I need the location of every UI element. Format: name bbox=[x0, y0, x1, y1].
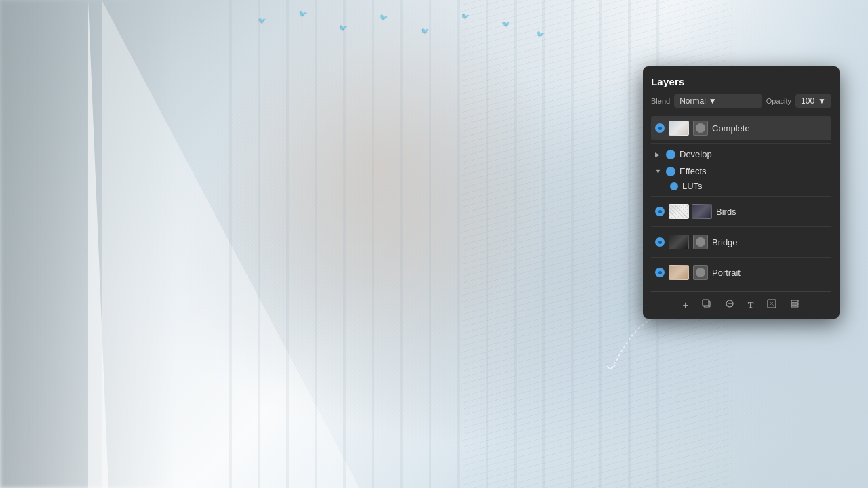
blend-dropdown-arrow: ▼ bbox=[709, 96, 717, 106]
layer-name-luts: LUTs bbox=[682, 181, 831, 191]
panel-controls: Blend Normal ▼ Opacity 100 ▼ bbox=[651, 94, 831, 108]
duplicate-layer-button[interactable] bbox=[701, 298, 713, 312]
mask-bridge bbox=[693, 235, 708, 249]
birds-silhouettes: 🐦 🐦 🐦 🐦 🐦 🐦 🐦 🐦 bbox=[203, 7, 610, 61]
layer-name-portrait: Portrait bbox=[712, 268, 827, 278]
thumbnail-birds bbox=[669, 204, 689, 219]
opacity-label: Opacity bbox=[766, 97, 791, 105]
svg-rect-4 bbox=[791, 303, 798, 305]
divider-2 bbox=[651, 196, 831, 197]
divider-4 bbox=[651, 257, 831, 258]
panel-toolbar: + T bbox=[651, 291, 831, 312]
layers-list: Complete ▶ Develop ▼ Effects LUTs bbox=[651, 116, 831, 285]
erase-layer-button[interactable] bbox=[724, 298, 736, 312]
visibility-birds[interactable] bbox=[655, 207, 665, 216]
layer-name-complete: Complete bbox=[712, 123, 827, 134]
layer-name-birds: Birds bbox=[716, 207, 827, 217]
blend-mode-dropdown[interactable]: Normal ▼ bbox=[674, 94, 762, 108]
mask-layer-button[interactable] bbox=[766, 298, 778, 312]
svg-rect-5 bbox=[791, 306, 798, 307]
add-layer-button[interactable]: + bbox=[682, 298, 690, 312]
visibility-bridge[interactable] bbox=[655, 237, 665, 247]
thumbnail-complete bbox=[669, 121, 689, 136]
mask-portrait bbox=[693, 265, 708, 280]
layer-group-develop: ▶ Develop bbox=[651, 146, 831, 162]
blend-label: Blend bbox=[651, 97, 670, 105]
panel-title: Layers bbox=[651, 76, 831, 87]
visibility-effects[interactable] bbox=[666, 167, 675, 176]
group-header-develop[interactable]: ▶ Develop bbox=[651, 146, 831, 162]
layer-luts[interactable]: LUTs bbox=[651, 179, 831, 193]
layer-name-effects: Effects bbox=[679, 166, 827, 176]
divider-3 bbox=[651, 226, 831, 227]
layer-birds[interactable]: Birds bbox=[651, 199, 831, 224]
opacity-value: 100 bbox=[801, 96, 814, 106]
stack-layer-button[interactable] bbox=[789, 298, 801, 312]
thumbnail-birds-dark bbox=[692, 204, 712, 219]
visibility-portrait[interactable] bbox=[655, 268, 665, 277]
opacity-control[interactable]: 100 ▼ bbox=[795, 94, 831, 108]
mask-complete bbox=[693, 121, 708, 136]
svg-rect-1 bbox=[703, 300, 709, 306]
expand-effects[interactable]: ▼ bbox=[655, 168, 662, 175]
layer-name-develop: Develop bbox=[679, 149, 827, 159]
group-header-effects[interactable]: ▼ Effects bbox=[651, 163, 831, 179]
visibility-luts[interactable] bbox=[670, 182, 678, 190]
thumbnail-bridge bbox=[669, 235, 689, 249]
visibility-develop[interactable] bbox=[666, 150, 675, 159]
layer-complete[interactable]: Complete bbox=[651, 116, 831, 140]
layer-portrait[interactable]: Portrait bbox=[651, 260, 831, 285]
divider-1 bbox=[651, 143, 831, 144]
visibility-complete[interactable] bbox=[655, 123, 665, 133]
opacity-dropdown-arrow: ▼ bbox=[818, 96, 826, 106]
expand-develop[interactable]: ▶ bbox=[655, 151, 662, 158]
layer-name-bridge: Bridge bbox=[712, 237, 827, 247]
layers-panel: Layers Blend Normal ▼ Opacity 100 ▼ Comp… bbox=[643, 66, 840, 319]
layer-bridge[interactable]: Bridge bbox=[651, 230, 831, 254]
text-layer-button[interactable]: T bbox=[747, 298, 755, 312]
layer-group-effects: ▼ Effects LUTs bbox=[651, 163, 831, 193]
thumbnail-portrait bbox=[669, 265, 689, 280]
svg-rect-3 bbox=[791, 300, 798, 302]
blend-mode-value: Normal bbox=[679, 96, 706, 106]
